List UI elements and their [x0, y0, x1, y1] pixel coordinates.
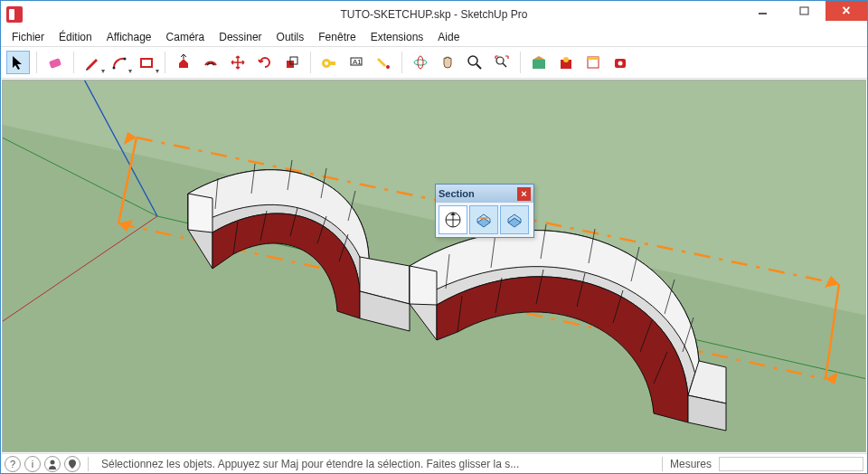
section-palette[interactable]: Section × [435, 184, 534, 238]
pencil-icon [84, 54, 100, 71]
extension-icon [612, 54, 628, 71]
rotate-icon [257, 54, 273, 71]
pushpull-icon [175, 54, 192, 71]
select-tool[interactable] [6, 51, 30, 74]
toolbar-sep [73, 52, 74, 73]
text-tool[interactable]: A1 [344, 51, 368, 74]
extension-manager-tool[interactable] [609, 51, 632, 74]
menu-outils[interactable]: Outils [269, 29, 312, 45]
svg-line-17 [476, 64, 481, 69]
geolocation-icon[interactable] [64, 456, 80, 472]
rotate-tool[interactable] [253, 51, 277, 74]
section-plane-tool[interactable] [439, 205, 467, 234]
maximize-button[interactable] [784, 1, 826, 21]
orbit-icon [412, 54, 429, 71]
offset-icon [203, 54, 219, 71]
toolbar-sep [36, 52, 37, 73]
paint-icon [375, 54, 392, 71]
arc-icon [111, 54, 127, 71]
svg-point-22 [563, 57, 569, 62]
titlebar: TUTO-SKETCHUP.skp - SketchUp Pro × [1, 1, 867, 28]
gear-building-icon [558, 54, 574, 71]
measures-input[interactable] [719, 457, 863, 471]
section-palette-label: Section [439, 188, 475, 199]
info-icon[interactable]: i [24, 456, 41, 472]
toolbar-sep [310, 52, 311, 73]
close-button[interactable]: × [826, 1, 867, 21]
menu-fichier[interactable]: Fichier [5, 29, 52, 45]
svg-text:A1: A1 [353, 58, 362, 66]
offset-tool[interactable] [199, 51, 222, 74]
svg-point-25 [618, 62, 623, 66]
extension-warehouse-tool[interactable] [554, 51, 578, 74]
pushpull-tool[interactable] [172, 51, 195, 74]
toolbar-sep [401, 52, 402, 73]
svg-rect-9 [328, 62, 335, 65]
tape-icon [321, 54, 337, 71]
move-tool[interactable] [226, 51, 250, 74]
section-cut-tool[interactable] [500, 205, 529, 234]
toolbar: A1 [1, 46, 867, 79]
model-canvas [3, 81, 866, 452]
svg-point-3 [113, 67, 116, 70]
eraser-tool[interactable] [43, 51, 67, 74]
toolbar-sep [165, 52, 165, 73]
maximize-icon [799, 5, 810, 16]
warehouse-icon [531, 54, 547, 71]
svg-line-19 [503, 63, 506, 67]
zoom-tool[interactable] [463, 51, 486, 74]
section-plane-icon [443, 210, 463, 230]
help-icon[interactable]: ? [5, 456, 21, 472]
arc-tool[interactable] [108, 51, 131, 74]
shape-tool[interactable] [135, 51, 158, 74]
menu-aide[interactable]: Aide [430, 29, 467, 45]
layout-tool[interactable] [581, 51, 605, 74]
minimize-button[interactable] [742, 1, 784, 21]
close-icon: × [842, 3, 850, 19]
user-icon[interactable] [44, 456, 61, 472]
status-sep [662, 457, 663, 471]
move-icon [230, 54, 246, 71]
viewport[interactable]: Section × [2, 80, 866, 452]
warehouse-tool[interactable] [527, 51, 551, 74]
menu-edition[interactable]: Édition [52, 29, 99, 45]
paint-tool[interactable] [372, 51, 395, 74]
menu-fenetre[interactable]: Fenêtre [311, 29, 363, 45]
section-palette-title[interactable]: Section × [436, 185, 533, 203]
measures-label: Mesures [670, 458, 712, 470]
svg-point-14 [414, 60, 427, 65]
zoom-icon [467, 54, 483, 71]
window-controls: × [742, 1, 867, 21]
svg-rect-1 [800, 7, 808, 14]
text-icon: A1 [348, 54, 364, 71]
menu-dessiner[interactable]: Dessiner [212, 29, 269, 45]
hand-icon [439, 54, 456, 71]
zoom-extents-icon [494, 54, 510, 71]
cursor-icon [10, 54, 26, 71]
minimize-icon [758, 5, 769, 16]
pan-tool[interactable] [436, 51, 459, 74]
toolbar-sep [520, 52, 521, 73]
pin-icon [67, 459, 78, 469]
rectangle-icon [138, 54, 155, 71]
close-icon: × [521, 189, 526, 199]
svg-point-15 [418, 56, 423, 69]
menu-affichage[interactable]: Affichage [99, 29, 159, 45]
eraser-icon [47, 54, 63, 71]
svg-rect-5 [141, 59, 152, 67]
person-icon [47, 459, 58, 469]
section-cut-icon [505, 210, 524, 230]
svg-point-63 [51, 460, 55, 464]
section-display-tool[interactable] [469, 205, 498, 234]
status-hint: Sélectionnez les objets. Appuyez sur Maj… [101, 458, 655, 470]
zoom-extents-tool[interactable] [490, 51, 514, 74]
section-palette-close[interactable]: × [517, 187, 531, 201]
orbit-tool[interactable] [409, 51, 432, 74]
tape-tool[interactable] [317, 51, 341, 74]
menu-camera[interactable]: Caméra [159, 29, 212, 45]
line-tool[interactable] [80, 51, 104, 74]
scale-tool[interactable] [280, 51, 304, 74]
svg-point-18 [496, 57, 504, 64]
menubar: Fichier Édition Affichage Caméra Dessine… [1, 28, 867, 46]
menu-extensions[interactable]: Extensions [363, 29, 431, 45]
